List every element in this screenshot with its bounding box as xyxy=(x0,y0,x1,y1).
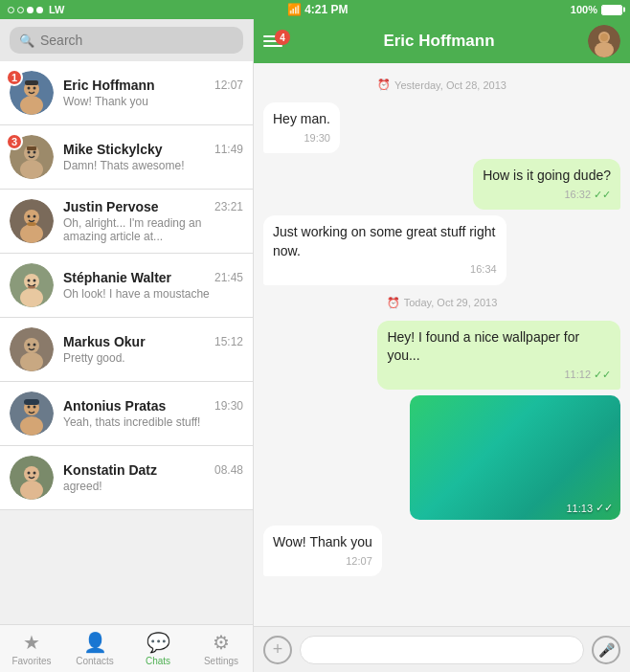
contact-avatar[interactable] xyxy=(588,25,620,57)
svg-point-37 xyxy=(20,481,43,500)
chat-list-item[interactable]: Konstatin Datz 08.48 agreed! xyxy=(0,446,253,510)
chat-list-item[interactable]: Markus Okur 15:12 Pretty good. xyxy=(0,318,253,382)
chat-preview: Damn! Thats awesome! xyxy=(63,159,243,172)
message-row: Hey! I found a nice wallpaper for you...… xyxy=(263,321,620,391)
chat-list-item[interactable]: Antonius Pratas 19:30 Yeah, thats incred… xyxy=(0,382,253,446)
message-ticks: ✓✓ xyxy=(594,368,611,382)
avatar-image xyxy=(10,199,54,243)
nav-item-settings[interactable]: ⚙ Settings xyxy=(190,625,253,672)
date-divider: ⏰Today, Oct 29, 2013 xyxy=(263,297,620,309)
add-button[interactable]: + xyxy=(263,636,292,664)
chat-name-row: Markus Okur 15:12 xyxy=(63,334,243,349)
unread-badge: 3 xyxy=(6,133,23,150)
chat-info: Antonius Pratas 19:30 Yeah, thats incred… xyxy=(63,398,243,429)
chat-time: 19:30 xyxy=(214,399,243,413)
menu-line-3 xyxy=(263,45,282,47)
svg-point-17 xyxy=(27,222,36,226)
message-time: 16:32 xyxy=(564,188,591,202)
message-bubble: Hey! I found a nice wallpaper for you...… xyxy=(377,321,620,391)
chat-preview: Wow! Thank you xyxy=(63,95,243,108)
svg-point-16 xyxy=(34,215,36,218)
image-time-overlay: 11:13 ✓✓ xyxy=(566,502,613,514)
clock-icon: ⏰ xyxy=(387,297,400,309)
chat-list-item[interactable]: 1 Eric Hoffmann 12:07 Wow! Thank you xyxy=(0,61,253,125)
message-input[interactable] xyxy=(300,636,584,664)
avatar: 3 xyxy=(10,135,54,179)
chat-preview: Pretty good. xyxy=(63,351,243,365)
svg-point-14 xyxy=(20,224,43,243)
chat-name: Konstatin Datz xyxy=(63,462,157,478)
chat-name: Justin Pervose xyxy=(63,199,159,214)
date-text: Today, Oct 29, 2013 xyxy=(404,297,498,308)
chat-info: Konstatin Datz 08.48 agreed! xyxy=(63,462,243,493)
signal-dot-1 xyxy=(8,7,14,13)
svg-point-43 xyxy=(600,34,608,41)
search-input[interactable] xyxy=(40,33,234,48)
svg-point-27 xyxy=(28,344,31,347)
svg-point-26 xyxy=(20,352,43,371)
message-time: 11:12 xyxy=(564,368,591,382)
left-panel: 🔍 1 Eric Hoffmann 12:07 Wow! Thank you 3… xyxy=(0,19,254,672)
nav-item-chats[interactable]: 💬 Chats xyxy=(126,625,190,672)
message-text: Hey man. xyxy=(273,111,330,126)
mic-button[interactable]: 🎤 xyxy=(592,636,620,664)
settings-icon: ⚙ xyxy=(213,631,230,654)
chat-list: 1 Eric Hoffmann 12:07 Wow! Thank you 3 M… xyxy=(0,61,253,624)
message-row: Just working on some great stuff right n… xyxy=(263,215,620,285)
chat-name: Stéphanie Walter xyxy=(63,270,171,285)
signal-dot-2 xyxy=(17,7,24,13)
chat-list-item[interactable]: Justin Pervose 23:21 Oh, alright... I'm … xyxy=(0,190,253,254)
status-time: 4:21 PM xyxy=(304,3,348,16)
menu-button[interactable]: 4 xyxy=(263,35,282,47)
chat-preview: Yeah, thats incredible stuff! xyxy=(63,415,243,429)
avatar-svg xyxy=(588,25,620,57)
search-icon: 🔍 xyxy=(19,34,34,48)
message-row: Hey man. 19:30 xyxy=(263,102,620,153)
message-text: Wow! Thank you xyxy=(273,534,372,549)
date-divider: ⏰Yesterday, Oct 28, 2013 xyxy=(263,78,620,91)
favorites-icon: ★ xyxy=(23,631,40,654)
avatar xyxy=(10,456,54,500)
chat-preview: Oh, alright... I'm reading an amazing ar… xyxy=(63,216,243,243)
svg-point-8 xyxy=(20,160,43,179)
search-input-wrap[interactable]: 🔍 xyxy=(10,27,243,54)
message-ticks: ✓✓ xyxy=(594,188,611,202)
chat-name: Eric Hoffmann xyxy=(63,78,155,93)
avatar-image xyxy=(10,456,54,500)
chat-info: Stéphanie Walter 21:45 Oh look! I have a… xyxy=(63,270,243,301)
signal-dot-3 xyxy=(27,7,34,13)
nav-item-contacts[interactable]: 👤 Contacts xyxy=(63,625,126,672)
avatar xyxy=(10,199,54,243)
chat-preview: agreed! xyxy=(63,480,243,493)
image-bubble[interactable]: 11:13 ✓✓ xyxy=(410,395,620,520)
svg-point-23 xyxy=(28,286,35,289)
avatar: 1 xyxy=(10,71,54,115)
avatar xyxy=(10,327,54,371)
avatar-image xyxy=(10,392,54,436)
chat-header: 4 Eric Hoffmann xyxy=(254,19,630,63)
favorites-label: Favorites xyxy=(11,656,51,666)
svg-rect-34 xyxy=(24,399,39,405)
chat-contact-name: Eric Hoffmann xyxy=(290,32,588,51)
unread-badge: 1 xyxy=(6,69,23,86)
chat-name-row: Konstatin Datz 08.48 xyxy=(63,462,243,478)
message-row: 11:13 ✓✓ xyxy=(263,395,620,520)
bottom-nav: ★ Favorites 👤 Contacts 💬 Chats ⚙ Setting… xyxy=(0,624,253,672)
contacts-icon: 👤 xyxy=(83,631,107,654)
header-notification-badge: 4 xyxy=(275,30,290,45)
chat-info: Markus Okur 15:12 Pretty good. xyxy=(63,334,243,365)
chat-time: 23:21 xyxy=(214,200,243,213)
right-panel: 4 Eric Hoffmann ⏰Yesterday, Oct 28, 2013… xyxy=(254,19,630,672)
nav-item-favorites[interactable]: ★ Favorites xyxy=(0,625,63,672)
chat-list-item[interactable]: 3 Mike Stickylcky 11:49 Damn! Thats awes… xyxy=(0,125,253,190)
svg-point-39 xyxy=(34,472,36,475)
chat-list-item[interactable]: Stéphanie Walter 21:45 Oh look! I have a… xyxy=(0,254,253,318)
wifi-icon: 📶 4:21 PM xyxy=(287,3,349,16)
svg-rect-11 xyxy=(27,146,36,150)
bubble-footer: 16:34 xyxy=(273,262,497,277)
main-area: 🔍 1 Eric Hoffmann 12:07 Wow! Thank you 3… xyxy=(0,19,630,672)
chat-name-row: Justin Pervose 23:21 xyxy=(63,199,243,214)
image-time: 11:13 xyxy=(566,503,593,514)
chat-name: Markus Okur xyxy=(63,334,146,349)
message-bubble: Just working on some great stuff right n… xyxy=(263,215,506,285)
